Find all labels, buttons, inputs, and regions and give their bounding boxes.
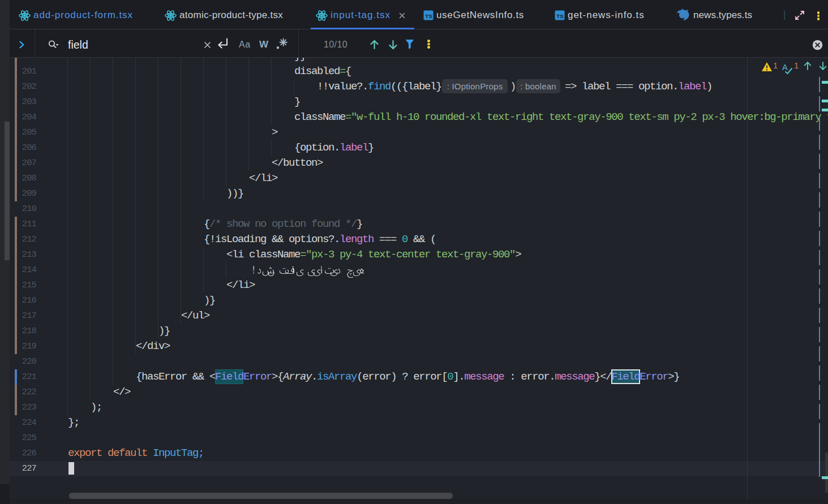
svg-text:TS: TS — [425, 13, 432, 19]
svg-text:TS: TS — [556, 13, 563, 19]
svg-text:A: A — [782, 63, 788, 72]
